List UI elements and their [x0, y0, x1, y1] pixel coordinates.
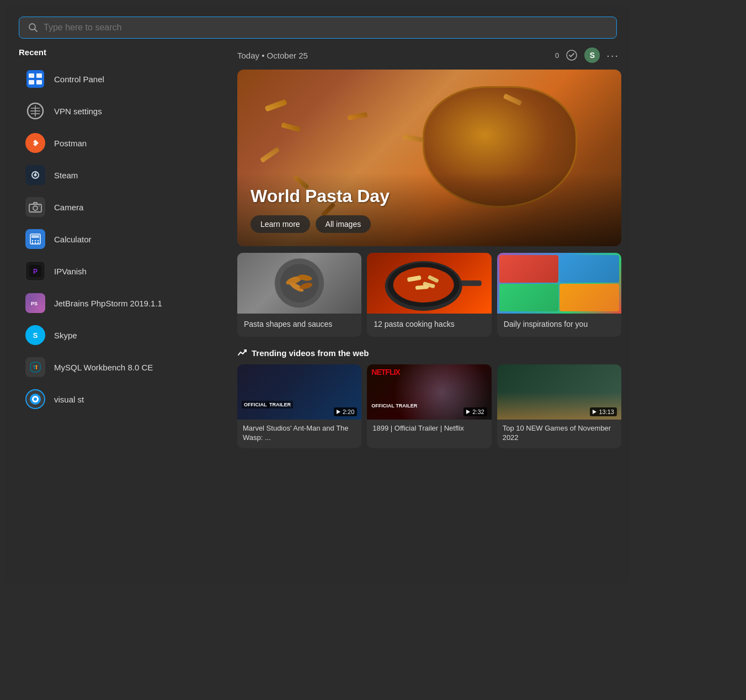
recent-item-control-panel[interactable]: Control Panel — [19, 63, 224, 94]
date-text: Today • October 25 — [237, 51, 308, 60]
svg-rect-5 — [29, 80, 34, 84]
recent-item-mysql[interactable]: MySQL Workbench 8.0 CE — [19, 352, 224, 383]
svg-point-13 — [33, 206, 38, 210]
learn-more-button[interactable]: Learn more — [251, 215, 310, 233]
svg-point-22 — [38, 242, 39, 243]
recent-item-camera[interactable]: Camera — [19, 192, 224, 222]
svg-point-19 — [38, 240, 39, 241]
reward-icon — [566, 49, 578, 61]
recent-item-phpstorm-label: JetBrains PhpStorm 2019.1.1 — [54, 299, 162, 308]
trending-header: Trending videos from the web — [237, 348, 621, 358]
trending-videos-grid: OFFICIAL TRAILER 2:20 Marvel Studios' An… — [237, 364, 621, 448]
hero-overlay: World Pasta Day Learn more All images — [237, 173, 621, 246]
svg-text:S: S — [33, 331, 38, 340]
recent-item-vpn-label: VPN settings — [54, 107, 102, 116]
games-label: Top 10 NEW Games of November 2022 — [497, 420, 621, 448]
recent-item-postman[interactable]: Postman — [19, 128, 224, 158]
recent-item-steam-label: Steam — [54, 171, 78, 180]
sub-card-daily-inspirations[interactable]: Daily inspirations for you — [497, 253, 621, 337]
postman-icon — [25, 133, 45, 153]
svg-point-18 — [35, 240, 36, 241]
recent-item-ipvanish[interactable]: P IPVanish — [19, 256, 224, 287]
video-card-1899[interactable]: NETFLIX OFFICIAL TRAILER 2:32 1899 | Off… — [367, 364, 491, 448]
video-card-games[interactable]: 13:13 Top 10 NEW Games of November 2022 — [497, 364, 621, 448]
hero-buttons: Learn more All images — [251, 215, 608, 233]
svg-point-34 — [34, 397, 37, 401]
pasta-shapes-image — [237, 253, 361, 314]
left-panel: Recent Control Panel — [6, 47, 237, 584]
svg-rect-3 — [29, 73, 34, 78]
svg-point-20 — [32, 242, 33, 243]
camera-icon — [25, 197, 45, 217]
svg-point-21 — [35, 242, 36, 243]
1899-duration: 2:32 — [463, 407, 487, 416]
pasta-shapes-label: Pasta shapes and sauces — [237, 314, 361, 337]
right-panel: Today • October 25 0 S ··· — [237, 47, 630, 584]
sub-card-pasta-shapes[interactable]: Pasta shapes and sauces — [237, 253, 361, 337]
hero-title: World Pasta Day — [251, 186, 608, 206]
sub-cards-grid: Pasta shapes and sauces — [237, 253, 621, 337]
more-options-button[interactable]: ··· — [606, 49, 619, 62]
antman-thumbnail: OFFICIAL TRAILER 2:20 — [237, 364, 361, 420]
sub-card-pasta-cooking[interactable]: 12 pasta cooking hacks — [367, 253, 491, 337]
svg-point-17 — [32, 240, 33, 241]
app-window: Recent Control Panel — [6, 6, 630, 584]
recent-item-skype[interactable]: S Skype — [19, 320, 224, 351]
daily-inspirations-label: Daily inspirations for you — [497, 314, 621, 337]
recent-item-phpstorm[interactable]: PS JetBrains PhpStorm 2019.1.1 — [19, 288, 224, 319]
1899-thumbnail: NETFLIX OFFICIAL TRAILER 2:32 — [367, 364, 491, 420]
recent-item-postman-label: Postman — [54, 139, 87, 148]
search-bar[interactable] — [19, 17, 617, 39]
recent-item-calculator[interactable]: Calculator — [19, 224, 224, 254]
date-header: Today • October 25 0 S ··· — [237, 47, 621, 63]
recent-section-title: Recent — [19, 47, 224, 57]
mysql-icon — [25, 357, 45, 377]
svg-text:PS: PS — [31, 301, 38, 306]
antman-duration: 2:20 — [334, 407, 357, 416]
hero-card[interactable]: World Pasta Day Learn more All images — [237, 70, 621, 246]
recent-item-calculator-label: Calculator — [54, 235, 92, 244]
pasta-cooking-image — [367, 253, 491, 314]
video-card-antman[interactable]: OFFICIAL TRAILER 2:20 Marvel Studios' An… — [237, 364, 361, 448]
phpstorm-icon: PS — [25, 293, 45, 313]
calculator-icon — [25, 229, 45, 249]
notification-badge: 0 — [555, 51, 559, 60]
recent-item-ipvanish-label: IPVanish — [54, 267, 87, 276]
recent-item-vpn-settings[interactable]: VPN settings — [19, 96, 224, 126]
svg-rect-16 — [31, 235, 39, 238]
svg-line-1 — [35, 29, 38, 32]
recent-item-visualst-label: visual st — [54, 395, 84, 404]
recent-item-camera-label: Camera — [54, 203, 83, 212]
steam-icon — [25, 165, 45, 185]
daily-inspirations-image — [497, 253, 621, 314]
svg-rect-2 — [26, 70, 44, 88]
games-duration: 13:13 — [590, 407, 617, 416]
ipvanish-icon: P — [25, 261, 45, 281]
pasta-cooking-label: 12 pasta cooking hacks — [367, 314, 491, 337]
antman-label: Marvel Studios' Ant-Man and The Wasp: ..… — [237, 420, 361, 448]
svg-rect-4 — [36, 73, 42, 78]
svg-rect-6 — [36, 80, 42, 84]
skype-icon: S — [25, 325, 45, 345]
user-avatar[interactable]: S — [584, 47, 600, 63]
trending-icon — [237, 348, 247, 358]
recent-item-visualst[interactable]: visual st — [19, 384, 224, 415]
recent-item-steam[interactable]: Steam — [19, 160, 224, 190]
trending-title: Trending videos from the web — [252, 348, 369, 358]
1899-label: 1899 | Official Trailer | Netflix — [367, 420, 491, 439]
recent-item-control-panel-label: Control Panel — [54, 75, 104, 84]
control-panel-icon — [25, 69, 45, 89]
svg-text:P: P — [33, 268, 38, 275]
vpn-icon — [25, 101, 45, 121]
recent-item-mysql-label: MySQL Workbench 8.0 CE — [54, 363, 153, 372]
hero-background: World Pasta Day Learn more All images — [237, 70, 621, 246]
recent-list: Control Panel VPN settings — [19, 63, 224, 415]
games-thumbnail: 13:13 — [497, 364, 621, 420]
search-input[interactable] — [44, 23, 608, 33]
search-icon — [28, 23, 38, 33]
all-images-button[interactable]: All images — [316, 215, 371, 233]
svg-point-14 — [39, 205, 40, 206]
recent-item-skype-label: Skype — [54, 331, 77, 340]
main-layout: Recent Control Panel — [6, 47, 630, 584]
svg-point-37 — [280, 264, 319, 303]
